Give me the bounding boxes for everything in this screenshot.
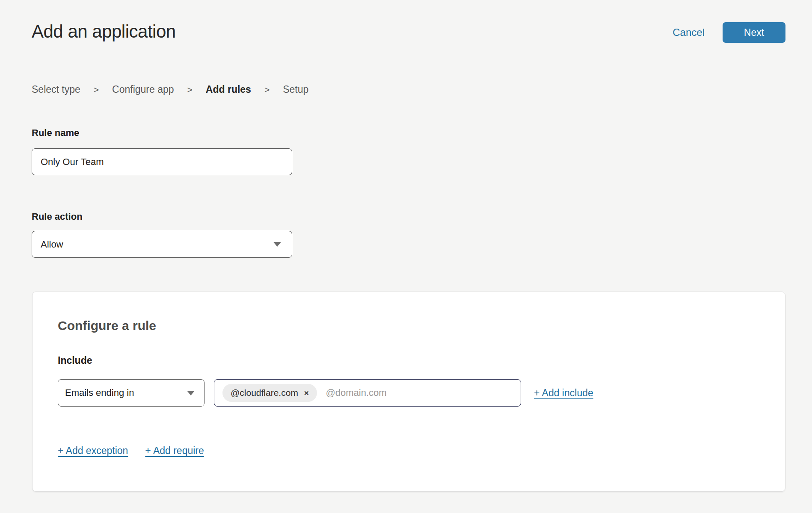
rule-name-input[interactable] [32, 148, 292, 175]
include-type-selected-value: Emails ending in [65, 387, 134, 398]
email-domains-input[interactable]: @cloudflare.com ✕ [214, 379, 521, 407]
cancel-button[interactable]: Cancel [673, 27, 705, 38]
rule-card-title: Configure a rule [58, 318, 156, 333]
chevron-down-icon [273, 242, 281, 247]
add-require-link[interactable]: + Add require [145, 445, 204, 457]
rule-name-label: Rule name [32, 127, 79, 139]
breadcrumb-step-setup[interactable]: Setup [283, 84, 308, 95]
page-title: Add an application [32, 21, 176, 42]
breadcrumb-step-add-rules: Add rules [206, 84, 251, 95]
configure-rule-card: Configure a rule Include Emails ending i… [32, 292, 785, 492]
breadcrumb: Select type > Configure app > Add rules … [32, 84, 308, 95]
add-include-link[interactable]: + Add include [534, 387, 593, 399]
rule-action-label: Rule action [32, 211, 83, 222]
email-domain-chip: @cloudflare.com ✕ [222, 384, 317, 402]
chevron-down-icon [187, 391, 195, 395]
breadcrumb-separator: > [94, 85, 99, 95]
next-button[interactable]: Next [723, 22, 785, 43]
rule-action-selected-value: Allow [41, 239, 63, 250]
breadcrumb-separator: > [264, 85, 270, 95]
email-domain-chip-label: @cloudflare.com [231, 388, 298, 398]
rule-action-select[interactable]: Allow [32, 231, 292, 258]
breadcrumb-step-configure-app[interactable]: Configure app [112, 84, 174, 95]
include-rule-row: Emails ending in @cloudflare.com ✕ + Add… [58, 379, 593, 407]
header-actions: Cancel Next [673, 22, 785, 43]
breadcrumb-separator: > [187, 85, 193, 95]
include-type-select[interactable]: Emails ending in [58, 379, 204, 407]
include-label: Include [58, 355, 92, 366]
add-exception-link[interactable]: + Add exception [58, 445, 128, 457]
email-domain-text-entry[interactable] [326, 387, 515, 398]
add-application-page: Add an application Cancel Next Select ty… [0, 0, 812, 513]
rule-extra-links: + Add exception + Add require [58, 445, 204, 457]
breadcrumb-step-select-type[interactable]: Select type [32, 84, 80, 95]
chip-remove-icon[interactable]: ✕ [304, 390, 309, 396]
